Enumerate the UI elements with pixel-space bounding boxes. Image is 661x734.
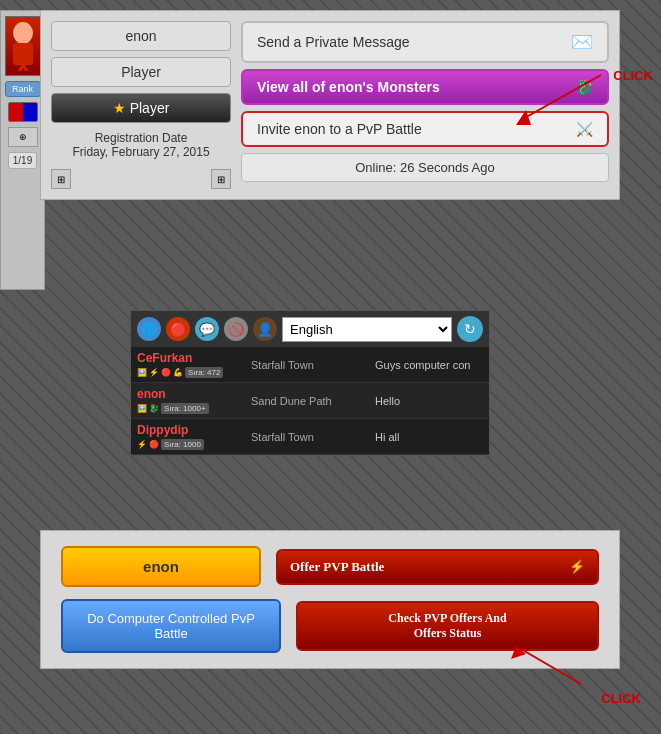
chat-location: Sand Dune Path [251,395,371,407]
chat-user-icons: 🖼️ 🐉 Sıra: 1000+ [137,403,247,414]
top-right-col: Send a Private Message ✉️ View all of en… [241,21,609,189]
chat-user-icons: 🖼️ ⚡ 🔴 💪 Sıra: 472 [137,367,247,378]
send-msg-label: Send a Private Message [257,34,410,50]
view-monsters-label: View all of enon's Monsters [257,79,440,95]
grid-icons: ⊞ ⊞ [51,169,231,189]
globe-icon[interactable]: 🌐 [137,317,161,341]
chat-row: Dippydip ⚡ 🔴 Sıra: 1000 Starfall Town Hi… [131,419,489,455]
grid-icon-right[interactable]: ⊞ [211,169,231,189]
language-select[interactable]: English All Español Deutsch [282,317,452,342]
svg-line-3 [23,65,29,71]
svg-rect-1 [13,43,33,65]
check-pvp-button[interactable]: Check PVP Offers AndOffers Status [296,601,599,651]
chat-username[interactable]: CeFurkan [137,351,247,365]
mini-icon-2: ⚡ [149,368,159,377]
player-dark-label: Player [130,100,170,116]
refresh-button[interactable]: ↻ [457,316,483,342]
chat-row: CeFurkan 🖼️ ⚡ 🔴 💪 Sıra: 472 Starfall Tow… [131,347,489,383]
enon-yellow-button[interactable]: enon [61,546,261,587]
mini-icon-1: ⚡ [137,440,147,449]
player-dark-button[interactable]: ★ Player [51,93,231,123]
bottom-row-1: enon Offer PVP Battle ⚡ [61,546,599,587]
svg-point-0 [13,22,33,44]
bottom-section: enon Offer PVP Battle ⚡ Do Computer Cont… [40,530,620,669]
extra-icon: ⊕ [8,127,38,147]
player-button[interactable]: Player [51,57,231,87]
sira-badge: Sıra: 1000 [161,439,204,450]
chat-message: Guys computer con [375,359,483,371]
mini-icon-3: 🔴 [161,368,171,377]
click-label-top: CLICK [613,68,653,83]
chat-toolbar: 🌐 🔴 💬 🚫 👤 English All Español Deutsch ↻ [131,311,489,347]
chat-row: enon 🖼️ 🐉 Sıra: 1000+ Sand Dune Path Hel… [131,383,489,419]
red-flag-icon[interactable]: 🔴 [166,317,190,341]
page-indicator: 1/19 [8,152,37,169]
chat-message: Hi all [375,431,483,443]
click-label-bottom: CLICK [601,691,641,706]
speech-icon[interactable]: 💬 [195,317,219,341]
star-icon: ★ [113,100,126,116]
sira-badge: Sıra: 472 [185,367,223,378]
chat-user-enon: enon 🖼️ 🐉 Sıra: 1000+ [137,387,247,414]
online-status: Online: 26 Seconds Ago [241,153,609,182]
chat-section: 🌐 🔴 💬 🚫 👤 English All Español Deutsch ↻ … [130,310,490,456]
chat-location: Starfall Town [251,359,371,371]
reg-date-value: Friday, February 27, 2015 [51,145,231,159]
mini-icon-2: 🐉 [149,404,159,413]
chat-message: Hello [375,395,483,407]
offer-pvp-button[interactable]: Offer PVP Battle ⚡ [276,549,599,585]
offer-pvp-label: Offer PVP Battle [290,559,384,575]
no-icon[interactable]: 🚫 [224,317,248,341]
mini-icon-2: 🔴 [149,440,159,449]
chat-user-dippydip: Dippydip ⚡ 🔴 Sıra: 1000 [137,423,247,450]
top-section: enon Player ★ Player Registration Date F… [40,10,620,200]
mini-icon-4: 💪 [173,368,183,377]
avatar [5,16,41,76]
flag-icon [8,102,38,122]
invite-pvp-button[interactable]: Invite enon to a PvP Battle ⚔️ [241,111,609,147]
reg-date: Registration Date Friday, February 27, 2… [51,131,231,159]
chat-username[interactable]: Dippydip [137,423,247,437]
mini-icon-1: 🖼️ [137,404,147,413]
left-panel: Rank ⊕ 1/19 [0,10,45,290]
view-monsters-button[interactable]: View all of enon's Monsters 🐉 [241,69,609,105]
sira-badge: Sıra: 1000+ [161,403,209,414]
chat-user-icons: ⚡ 🔴 Sıra: 1000 [137,439,247,450]
top-left-col: enon Player ★ Player Registration Date F… [51,21,231,189]
char-icon[interactable]: 👤 [253,317,277,341]
chat-user-cefurkan: CeFurkan 🖼️ ⚡ 🔴 💪 Sıra: 472 [137,351,247,378]
mini-icon-1: 🖼️ [137,368,147,377]
invite-pvp-label: Invite enon to a PvP Battle [257,121,422,137]
monster-icon: 🐉 [576,79,593,95]
username-button[interactable]: enon [51,21,231,51]
chat-location: Starfall Town [251,431,371,443]
envelope-icon: ✉️ [571,31,593,53]
pvp-icon: ⚡ [569,559,585,575]
reg-date-label: Registration Date [51,131,231,145]
send-private-message-button[interactable]: Send a Private Message ✉️ [241,21,609,63]
chat-username[interactable]: enon [137,387,247,401]
do-computer-pvp-button[interactable]: Do Computer Controlled PvP Battle [61,599,281,653]
grid-icon-left[interactable]: ⊞ [51,169,71,189]
rank-badge[interactable]: Rank [5,81,41,97]
bottom-row-2: Do Computer Controlled PvP Battle Check … [61,599,599,653]
swords-icon: ⚔️ [576,121,593,137]
